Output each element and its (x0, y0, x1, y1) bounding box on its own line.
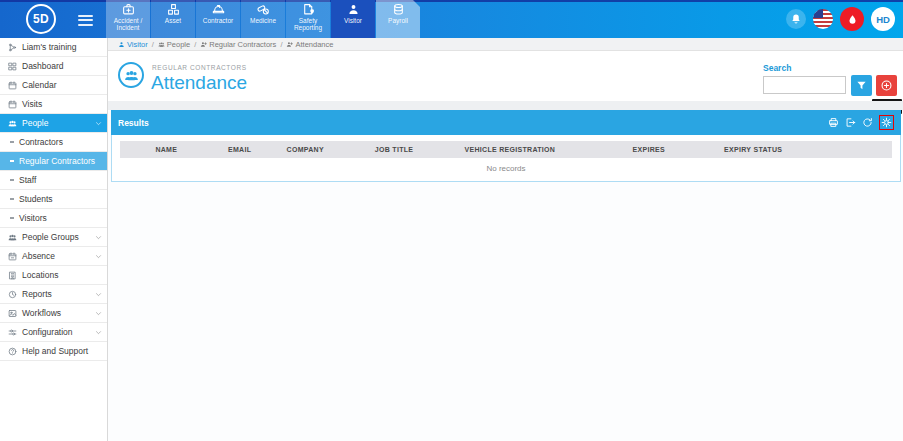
people-icon (158, 41, 165, 48)
sidebar-item-people-groups[interactable]: People Groups (0, 228, 107, 247)
logo-text: 5D (33, 12, 49, 26)
sidebar-item-configuration[interactable]: Configuration (0, 323, 107, 342)
sidebar: Liam's training Dashboard Calendar Visit… (0, 38, 108, 441)
language-flag-button[interactable] (813, 9, 833, 29)
alert-button[interactable] (840, 7, 864, 31)
results-table: NAME EMAIL COMPANY JOB TITLE VEHICLE REG… (120, 141, 892, 158)
results-title: Results (118, 118, 149, 128)
nav-visitor[interactable]: Visitor (331, 0, 375, 38)
table-header-row: NAME EMAIL COMPANY JOB TITLE VEHICLE REG… (120, 141, 892, 158)
breadcrumb-attendance[interactable]: Attendance (286, 40, 333, 49)
app-logo[interactable]: 5D (26, 4, 56, 34)
results-table-card: NAME EMAIL COMPANY JOB TITLE VEHICLE REG… (111, 135, 901, 182)
sidebar-item-workflows[interactable]: Workflows (0, 304, 107, 323)
calendar-icon (8, 81, 17, 90)
sidebar-item-contractors[interactable]: Contractors (0, 133, 107, 152)
plus-circle-icon (880, 79, 893, 92)
doc-shield-icon (302, 3, 315, 16)
person-icon (347, 3, 360, 16)
search-input[interactable] (763, 76, 846, 94)
column-job-title[interactable]: JOB TITLE (344, 141, 444, 158)
add-button[interactable] (876, 75, 897, 96)
nav-accident-incident[interactable]: Accident / Incident (106, 0, 150, 38)
pills-icon (257, 3, 270, 16)
sidebar-item-absence[interactable]: Absence (0, 247, 107, 266)
printer-icon[interactable] (828, 117, 839, 128)
column-company[interactable]: COMPANY (267, 141, 344, 158)
hamburger-menu-icon[interactable] (78, 15, 93, 26)
top-bar: 5D Accident / Incident Asset Contractor … (0, 0, 903, 38)
breadcrumb: Visitor / People / Regular Contractors /… (108, 38, 903, 51)
column-vehicle-registration[interactable]: VEHICLE REGISTRATION (444, 141, 575, 158)
sidebar-item-regular-contractors[interactable]: Regular Contractors (0, 152, 107, 171)
column-filler (784, 141, 892, 158)
bullet-icon (10, 160, 14, 162)
people-icon (124, 68, 139, 83)
boxes-icon (167, 3, 180, 16)
column-expiry-status[interactable]: EXPIRY STATUS (722, 141, 784, 158)
app-window: 5D Accident / Incident Asset Contractor … (0, 0, 903, 441)
export-icon[interactable] (845, 117, 856, 128)
hardhat-icon (212, 3, 225, 16)
first-aid-icon (122, 3, 135, 16)
sidebar-item-liams-training[interactable]: Liam's training (0, 38, 107, 57)
person-plus-icon (200, 41, 207, 48)
sidebar-item-calendar[interactable]: Calendar (0, 76, 107, 95)
sidebar-item-people[interactable]: People (0, 114, 107, 133)
focused-control-outline (879, 115, 894, 130)
breadcrumb-separator: / (280, 40, 282, 49)
bullet-icon (10, 179, 14, 181)
bullet-icon (10, 198, 14, 200)
sidebar-item-visits[interactable]: Visits (0, 95, 107, 114)
gear-icon[interactable] (881, 117, 892, 128)
sliders-icon (8, 328, 17, 337)
sidebar-item-staff[interactable]: Staff (0, 171, 107, 190)
page-eyebrow: REGULAR CONTRACTORS (152, 64, 247, 71)
nav-payroll[interactable]: Payroll (376, 0, 420, 38)
person-plus-icon (286, 41, 293, 48)
chevron-down-icon (95, 310, 102, 317)
chevron-down-icon (95, 291, 102, 298)
help-icon (8, 347, 17, 356)
column-name[interactable]: NAME (120, 141, 213, 158)
filter-button[interactable] (851, 75, 872, 96)
page-header: REGULAR CONTRACTORS Attendance Search Ad… (108, 51, 903, 101)
building-icon (8, 271, 17, 280)
funnel-icon (856, 80, 867, 91)
coins-icon (392, 3, 405, 16)
breadcrumb-separator: / (194, 40, 196, 49)
breadcrumb-regular-contractors[interactable]: Regular Contractors (200, 40, 276, 49)
breadcrumb-people[interactable]: People (158, 40, 190, 49)
notifications-button[interactable] (786, 9, 806, 29)
nav-safety-reporting[interactable]: Safety Reporting (286, 0, 330, 38)
chevron-down-icon (95, 120, 102, 127)
column-email[interactable]: EMAIL (213, 141, 267, 158)
chevron-down-icon (95, 234, 102, 241)
calendar-absence-icon (8, 252, 17, 261)
clock-icon (8, 290, 17, 299)
people-icon (8, 119, 17, 128)
nav-medicine[interactable]: Medicine (241, 0, 285, 38)
empty-state-text: No records (120, 158, 892, 173)
search-label: Search (763, 63, 791, 73)
nav-asset[interactable]: Asset (151, 0, 195, 38)
user-avatar[interactable]: HD (871, 7, 895, 31)
sidebar-item-visitors[interactable]: Visitors (0, 209, 107, 228)
sidebar-item-help-and-support[interactable]: Help and Support (0, 342, 107, 361)
branch-icon (8, 43, 17, 52)
sidebar-item-dashboard[interactable]: Dashboard (0, 57, 107, 76)
chevron-down-icon (95, 253, 102, 260)
nav-contractor[interactable]: Contractor (196, 0, 240, 38)
sidebar-item-reports[interactable]: Reports (0, 285, 107, 304)
workflow-icon (8, 309, 17, 318)
droplet-icon (847, 14, 858, 25)
page-title: Attendance (151, 72, 247, 94)
column-expires[interactable]: EXPIRES (575, 141, 722, 158)
top-right-controls: HD (786, 0, 895, 38)
results-bar: Results (111, 110, 901, 135)
breadcrumb-visitor[interactable]: Visitor (118, 40, 148, 49)
sidebar-item-locations[interactable]: Locations (0, 266, 107, 285)
refresh-icon[interactable] (862, 117, 873, 128)
results-toolbar (828, 115, 894, 130)
sidebar-item-students[interactable]: Students (0, 190, 107, 209)
